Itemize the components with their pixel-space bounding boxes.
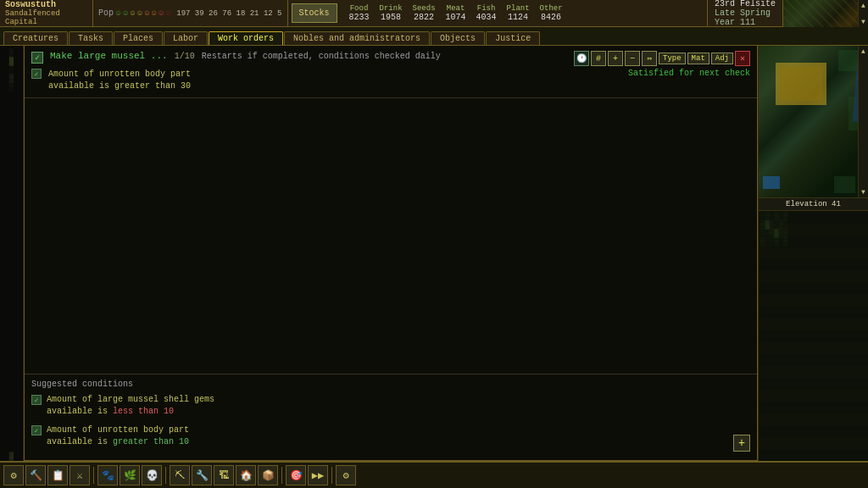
fortress-name: Soswustuth	[5, 0, 87, 9]
bottom-btn-tools[interactable]: 🔧	[192, 465, 212, 485]
clock-button[interactable]: 🕐	[574, 51, 589, 66]
plant-value: 1124	[508, 13, 528, 22]
sug-pre-1: available is	[47, 407, 113, 416]
mat-button[interactable]: Mat	[687, 53, 709, 64]
suggested-title: Suggested conditions	[31, 380, 750, 389]
bottom-btn-military[interactable]: ⚔	[70, 465, 90, 485]
plant-group: Plant 1124	[502, 4, 535, 22]
work-order-checkbox[interactable]: ✓	[31, 52, 43, 64]
right-scroll-up[interactable]: ▲	[861, 47, 865, 55]
fortress-type: Capital	[5, 18, 87, 26]
bottom-divider-1	[93, 467, 94, 484]
pop-icon-8: ☺	[166, 9, 170, 18]
map-lower: ░▒░▒░▒▒▓▒░▒░░░▒▓▒▒▒░░▒░▒	[759, 211, 868, 461]
stocks-button[interactable]: Stocks	[292, 3, 337, 23]
adj-button[interactable]: Adj	[711, 53, 733, 64]
bottom-btn-plants[interactable]: 🌿	[120, 465, 140, 485]
minimap-main: ▲ ▼	[759, 46, 868, 198]
plus-button[interactable]: +	[608, 51, 623, 66]
bottom-btn-designate[interactable]: 🎯	[286, 465, 306, 485]
pop-icon-7: ☺	[159, 9, 163, 18]
meat-value: 1074	[446, 13, 466, 22]
condition-line1: Amount of unrotten body part	[48, 69, 191, 80]
fortress-subtitle: Sandalfenced	[5, 9, 87, 18]
world-tile-1: ░	[9, 49, 14, 58]
tab-justice[interactable]: Justice	[486, 31, 540, 45]
main-layout: ░ ▓ ░ ▒ ░ ▓ 🕐 # + − ⇔ Type Mat Adj ✕	[0, 46, 868, 461]
tabs-row: Creatures Tasks Places Labor Work orders…	[0, 27, 868, 46]
work-order-title: Make large mussel ...	[50, 51, 168, 61]
bottom-btn-settings[interactable]: ⚙	[3, 465, 24, 485]
food-label: Food	[350, 4, 369, 13]
meat-label: Meat	[447, 4, 465, 13]
tab-objects[interactable]: Objects	[431, 31, 485, 45]
suggestion-icon-1: ✓	[31, 395, 42, 405]
world-tile-5: ░	[9, 83, 14, 92]
bottom-btn-rooms[interactable]: 🏠	[236, 465, 256, 485]
suggestion-line1-1: Amount of large mussel shell gems	[47, 394, 214, 406]
pop-label: Pop	[98, 8, 114, 18]
suggestion-text-1: Amount of large mussel shell gems availa…	[47, 394, 214, 418]
pop-icon-4: ☺	[137, 9, 142, 18]
bottom-btn-skip[interactable]: ▶▶	[308, 465, 328, 485]
other-label: Other	[540, 4, 563, 13]
top-bar: Soswustuth Sandalfenced Capital Pop ☺ ☺ …	[0, 0, 868, 27]
tab-tasks[interactable]: Tasks	[69, 31, 113, 45]
tab-nobles[interactable]: Nobles and administrators	[284, 31, 430, 45]
minus-button[interactable]: −	[625, 51, 640, 66]
tab-creatures[interactable]: Creatures	[3, 31, 68, 45]
meat-group: Meat 1074	[441, 4, 471, 22]
food-group: Food 8233	[344, 4, 375, 22]
sug-keyword-1: less than 10	[113, 407, 174, 416]
condition-line2: available is greater than 30	[48, 80, 191, 92]
pop-icon-1: ☺	[116, 9, 120, 18]
bottom-btn-mining[interactable]: ⛏	[170, 465, 190, 485]
suggestion-line2-2: available is greater than 10	[47, 436, 189, 448]
pop-icon-5: ☺	[145, 9, 149, 18]
tab-work-orders[interactable]: Work orders	[209, 31, 283, 45]
tab-places[interactable]: Places	[114, 31, 163, 45]
suggestion-line2-1: available is less than 10	[47, 406, 214, 418]
grid-button[interactable]: #	[591, 51, 606, 66]
suggested-area: Suggested conditions ✓ Amount of large m…	[25, 374, 757, 460]
date-section: 23rd Felsite Late Spring Year 111	[708, 0, 783, 26]
type-button[interactable]: Type	[659, 53, 686, 64]
fortress-info: Soswustuth Sandalfenced Capital	[0, 0, 93, 26]
minimap-scroll-down[interactable]: ▼	[861, 18, 865, 25]
elevation-label: Elevation 41	[759, 198, 868, 211]
date-line2: Late Spring	[715, 8, 776, 18]
suggestion-icon-2: ✓	[31, 425, 42, 435]
world-tile-6: ▓	[9, 452, 14, 461]
work-order-area: 🕐 # + − ⇔ Type Mat Adj ✕ ✓ Make large mu…	[25, 46, 757, 98]
center-panel: 🕐 # + − ⇔ Type Mat Adj ✕ ✓ Make large mu…	[24, 46, 758, 461]
center-content: 🕐 # + − ⇔ Type Mat Adj ✕ ✓ Make large mu…	[25, 46, 757, 460]
bottom-btn-more[interactable]: ⚙	[336, 465, 356, 485]
close-button[interactable]: ✕	[735, 51, 750, 66]
bottom-btn-stockpile[interactable]: 📦	[258, 465, 278, 485]
work-order-restart-text: Restarts if completed, conditions checke…	[202, 52, 441, 61]
order-space	[25, 98, 757, 374]
tab-labor[interactable]: Labor	[164, 31, 208, 45]
pop-icon-3: ☺	[131, 9, 135, 18]
bottom-divider-2	[165, 467, 166, 484]
minimap-scroll-up[interactable]: ▲	[861, 2, 865, 9]
date-line1: 23rd Felsite	[715, 0, 776, 8]
bottom-divider-4	[331, 467, 332, 484]
seeds-value: 2822	[414, 13, 434, 22]
bottom-btn-corpses[interactable]: 💀	[142, 465, 162, 485]
bottom-btn-construct[interactable]: 🏗	[214, 465, 234, 485]
satisfied-text: Satisfied for next check	[628, 69, 750, 78]
world-tile-2: ▓	[9, 58, 14, 66]
food-value: 8233	[349, 13, 370, 22]
pop-icon-6: ☺	[152, 9, 156, 18]
bottom-btn-build[interactable]: 🔨	[25, 465, 46, 485]
bottom-btn-animals[interactable]: 🐾	[97, 465, 118, 485]
add-condition-button[interactable]: +	[733, 435, 750, 452]
arrows-button[interactable]: ⇔	[642, 51, 657, 66]
drink-label: Drink	[380, 4, 403, 13]
resource-section: Food 8233 Drink 1958 Seeds 2822 Meat 107…	[341, 0, 708, 26]
fish-group: Fish 4034	[471, 4, 502, 22]
bottom-btn-orders[interactable]: 📋	[47, 465, 68, 485]
right-scroll-down[interactable]: ▼	[861, 188, 865, 196]
drink-group: Drink 1958	[375, 4, 408, 22]
